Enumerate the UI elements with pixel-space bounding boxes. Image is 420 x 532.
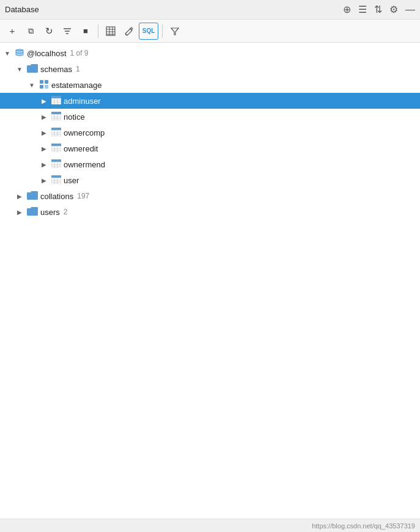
title-bar-controls: ⊕ ☰ ⇅ ⚙ —: [343, 4, 415, 15]
tree-item-users[interactable]: ▶ users 2: [0, 204, 420, 220]
add-button[interactable]: +: [4, 23, 21, 40]
toolbar: + ⧉ ↻ ■ SQL: [0, 20, 420, 43]
svg-marker-10: [171, 28, 179, 35]
copy-button[interactable]: ⧉: [22, 23, 39, 40]
sort-icon[interactable]: ⇅: [374, 4, 382, 15]
svg-rect-51: [51, 175, 61, 178]
svg-rect-16: [51, 96, 61, 98]
expand-user[interactable]: ▶: [39, 175, 49, 185]
table-icon-user: [51, 175, 61, 186]
tree-item-user[interactable]: ▶ user: [0, 172, 420, 188]
table-icon-ownercomp: [51, 128, 61, 138]
expand-adminuser[interactable]: ▶: [39, 96, 49, 106]
filter-schema-button[interactable]: [59, 23, 76, 40]
svg-rect-12: [45, 80, 48, 84]
table-icon-notice: [51, 112, 61, 122]
server-icon: [15, 48, 24, 59]
svg-rect-37: [51, 144, 61, 146]
estatemanage-label: estatemanage: [51, 81, 101, 90]
user-label: user: [64, 176, 79, 185]
window-title: Database: [5, 5, 39, 14]
edit-button[interactable]: [120, 23, 138, 40]
tree-item-notice[interactable]: ▶ notice: [0, 109, 420, 125]
svg-rect-30: [51, 128, 61, 130]
minimize-icon[interactable]: —: [405, 4, 415, 15]
notice-label: notice: [64, 112, 85, 122]
separator-2: [162, 24, 163, 38]
collations-label: collations: [40, 192, 73, 201]
sql-button[interactable]: SQL: [139, 23, 158, 40]
owneredit-label: owneredit: [64, 144, 98, 153]
localhost-badge: 1 of 9: [70, 49, 89, 57]
expand-ownermend[interactable]: ▶: [39, 159, 49, 169]
list-icon[interactable]: ☰: [358, 4, 367, 15]
status-url: https://blog.csdn.net/qq_43537319: [312, 522, 415, 530]
ownercomp-label: ownercomp: [64, 128, 105, 137]
database-tree: ▼ @localhost 1 of 9 ▼ schemas 1 ▼: [0, 43, 420, 519]
table-icon-owneredit: [51, 144, 61, 154]
tree-item-localhost[interactable]: ▼ @localhost 1 of 9: [0, 45, 420, 61]
table-icon-ownermend: [51, 159, 61, 170]
status-bar: https://blog.csdn.net/qq_43537319: [0, 519, 420, 532]
expand-users[interactable]: ▶: [15, 207, 24, 217]
tree-item-collations[interactable]: ▶ collations 197: [0, 188, 420, 204]
expand-ownercomp[interactable]: ▶: [39, 128, 49, 137]
users-label: users: [40, 208, 60, 217]
tree-item-adminuser[interactable]: ▶ adminuser: [0, 93, 420, 109]
folder-icon-collations: [27, 191, 38, 202]
filter-button[interactable]: [166, 23, 183, 40]
globe-icon[interactable]: ⊕: [343, 4, 351, 15]
tree-item-schemas[interactable]: ▼ schemas 1: [0, 61, 420, 77]
expand-schemas[interactable]: ▼: [15, 64, 24, 74]
svg-rect-13: [40, 85, 43, 89]
stop-button[interactable]: ■: [77, 23, 94, 40]
tree-item-estatemanage[interactable]: ▼ estatemanage: [0, 77, 420, 93]
tree-item-ownercomp[interactable]: ▶ ownercomp: [0, 125, 420, 140]
schemas-label: schemas: [40, 65, 72, 74]
localhost-label: @localhost: [27, 49, 67, 58]
collations-badge: 197: [77, 192, 89, 200]
expand-localhost[interactable]: ▼: [2, 48, 12, 58]
svg-rect-11: [40, 80, 43, 84]
refresh-button[interactable]: ↻: [40, 23, 57, 40]
users-badge: 2: [64, 208, 68, 216]
tree-item-ownermend[interactable]: ▶ ownermend: [0, 156, 420, 172]
svg-rect-23: [51, 112, 61, 114]
expand-owneredit[interactable]: ▶: [39, 144, 49, 153]
gear-icon[interactable]: ⚙: [389, 4, 398, 15]
table-icon-adminuser: [51, 96, 61, 106]
title-bar: Database ⊕ ☰ ⇅ ⚙ —: [0, 0, 420, 20]
schemas-badge: 1: [76, 65, 80, 73]
expand-notice[interactable]: ▶: [39, 112, 49, 122]
svg-rect-44: [51, 159, 61, 162]
adminuser-label: adminuser: [64, 97, 101, 106]
expand-estatemanage[interactable]: ▼: [27, 80, 37, 90]
table-view-button[interactable]: [102, 23, 119, 40]
svg-rect-14: [45, 85, 48, 89]
ownermend-label: ownermend: [64, 160, 105, 169]
folder-icon-users: [27, 207, 38, 217]
tree-item-owneredit[interactable]: ▶ owneredit: [0, 140, 420, 156]
schema-icon: [39, 79, 49, 91]
folder-icon-schemas: [27, 64, 38, 75]
separator-1: [98, 24, 98, 38]
expand-collations[interactable]: ▶: [15, 191, 24, 201]
